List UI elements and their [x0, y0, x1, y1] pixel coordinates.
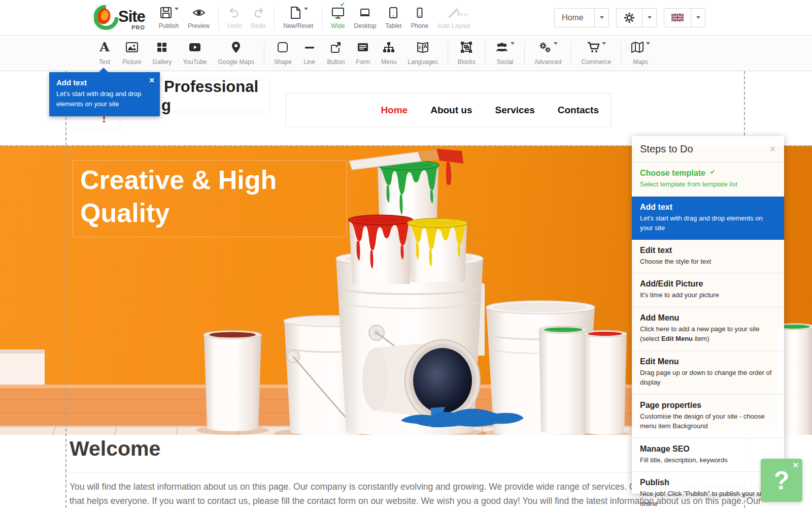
language-button[interactable] — [664, 8, 705, 27]
toolbar-separator — [485, 42, 486, 65]
shape-icon — [276, 41, 289, 57]
settings-caret[interactable] — [642, 9, 656, 27]
nav-link-home[interactable]: Home — [381, 105, 408, 116]
publish-button[interactable]: Publish — [154, 0, 183, 35]
line-tool[interactable]: Line — [297, 36, 322, 71]
topbar-button-groups: PublishPreviewUndoRedoNew/ResetWideDeskt… — [154, 0, 475, 35]
chevron-down-icon — [648, 16, 652, 19]
commerce-tool[interactable]: Commerce — [576, 36, 617, 71]
menu-tool[interactable]: Menu — [376, 36, 402, 71]
step-subtitle: Click here to add a new page to your sit… — [640, 324, 776, 344]
top-toolbar: Site PRO PublishPreviewUndoRedoNew/Reset… — [0, 0, 812, 36]
sitepro-logo[interactable]: Site PRO — [94, 5, 145, 30]
monitor-icon — [331, 6, 345, 21]
site-nav-menu: HomeAbout usServicesContacts — [286, 93, 612, 127]
step-add-edit-picture[interactable]: Add/Edit PictureIt's time to add your pi… — [632, 273, 784, 307]
maps-tool[interactable]: Maps — [625, 36, 656, 71]
tooltip-body: Let's start with drag and drop elements … — [56, 89, 148, 109]
tablet-button[interactable]: Tablet — [381, 0, 406, 35]
canvas-left-guide — [65, 71, 66, 508]
toolbar-separator — [571, 42, 571, 65]
toolbar-separator — [218, 6, 219, 29]
desktop-label: Desktop — [354, 22, 376, 29]
google-maps-tool[interactable]: Google Maps — [213, 36, 260, 71]
form-tool[interactable]: Form — [350, 36, 376, 71]
site-title-fragment-2: g — [161, 97, 171, 115]
step-subtitle: Select template from template list — [640, 179, 776, 189]
text-tool-label: Text — [99, 58, 110, 66]
text-icon: A — [98, 41, 111, 57]
settings-button[interactable] — [616, 8, 657, 27]
page-select-caret[interactable] — [594, 9, 608, 27]
youtube-tool-label: YouTube — [183, 58, 207, 66]
text-tool[interactable]: AText — [92, 36, 117, 71]
step-title: Manage SEO — [640, 444, 776, 454]
youtube-tool[interactable]: YouTube — [177, 36, 212, 71]
languages-icon: あA — [416, 41, 429, 57]
language-caret[interactable] — [691, 9, 705, 27]
maps-icon — [631, 41, 650, 57]
elements-toolbar: ATextPictureGalleryYouTubeGoogle MapsSha… — [0, 36, 812, 71]
step-title: Choose template — [640, 169, 776, 178]
nav-link-contacts[interactable]: Contacts — [558, 105, 599, 116]
add-text-tooltip: ✕ Add text Let's start with drag and dro… — [49, 72, 160, 116]
gallery-tool[interactable]: Gallery — [147, 36, 177, 71]
languages-tool[interactable]: あALanguages — [402, 36, 443, 71]
menu-tree-icon — [382, 41, 395, 57]
nav-link-about-us[interactable]: About us — [430, 105, 472, 116]
advanced-tool-label: Advanced — [534, 58, 561, 66]
hero-heading-element[interactable]: Creative & High Quality — [73, 160, 347, 237]
tablet-icon — [387, 6, 400, 21]
step-page-properties[interactable]: Page propertiesCustomise the design of y… — [632, 395, 784, 438]
toolbar-separator — [322, 6, 322, 29]
step-subtitle: Customise the design of your site - choo… — [640, 411, 776, 431]
topbar-group: UndoRedo — [223, 0, 270, 35]
redo-icon — [252, 6, 265, 21]
step-choose-template[interactable]: Choose templateSelect template from temp… — [632, 163, 784, 197]
steps-panel-title: Steps to Do — [640, 143, 693, 155]
toolbar-separator — [621, 42, 621, 65]
topbar-right-controls: Home — [554, 8, 705, 27]
tooltip-title: Add text — [56, 78, 153, 87]
toolbar-separator — [448, 42, 448, 65]
phone-label: Phone — [411, 22, 428, 29]
svg-text:あ: あ — [418, 45, 422, 50]
button-tool[interactable]: Button — [322, 36, 351, 71]
step-add-text[interactable]: Add textLet's start with drag and drop e… — [632, 197, 784, 240]
close-icon[interactable]: ✕ — [149, 76, 155, 84]
step-title: Add text — [640, 203, 776, 212]
chevron-down-icon — [554, 42, 558, 45]
site-title-fragment-1: Professional — [164, 78, 258, 96]
phone-button[interactable]: Phone — [406, 0, 433, 35]
shape-tool[interactable]: Shape — [268, 36, 297, 71]
desktop-button[interactable]: Desktop — [349, 0, 381, 35]
new-reset-button[interactable]: New/Reset — [279, 0, 318, 35]
page-select[interactable]: Home — [554, 8, 609, 27]
welcome-heading[interactable]: Welcome — [70, 437, 160, 461]
form-icon — [356, 41, 369, 57]
button-icon — [329, 41, 343, 57]
picture-tool[interactable]: Picture — [117, 36, 147, 71]
gear-icon — [617, 9, 642, 27]
undo-button: Undo — [223, 0, 247, 35]
close-icon[interactable]: ✕ — [792, 461, 799, 470]
step-edit-text[interactable]: Edit textChoose the style for text — [632, 240, 784, 274]
social-tool[interactable]: Social — [490, 36, 520, 71]
toolbar-separator — [274, 6, 275, 29]
nav-link-services[interactable]: Services — [495, 105, 535, 116]
blocks-tool[interactable]: Blocks — [452, 36, 481, 71]
logo-site-text: Site — [118, 9, 145, 24]
advanced-tool[interactable]: Advanced — [529, 36, 567, 71]
topbar-group: WideDesktopTabletPhoneBETAAuto Layout — [326, 0, 475, 35]
step-edit-menu[interactable]: Edit MenuDrag page up or down to change … — [632, 351, 784, 395]
close-icon[interactable]: ✕ — [769, 144, 776, 154]
wide-button[interactable]: Wide — [326, 0, 349, 35]
gallery-tool-label: Gallery — [152, 58, 172, 66]
chevron-down-icon — [602, 42, 606, 45]
help-button[interactable]: ? ✕ — [761, 459, 802, 502]
step-add-menu[interactable]: Add MenuClick here to add a new page to … — [632, 307, 784, 351]
step-subtitle: Choose the style for text — [640, 257, 776, 267]
uk-flag-icon — [664, 9, 691, 27]
map-pin-icon — [229, 41, 243, 57]
preview-button[interactable]: Preview — [183, 0, 214, 35]
